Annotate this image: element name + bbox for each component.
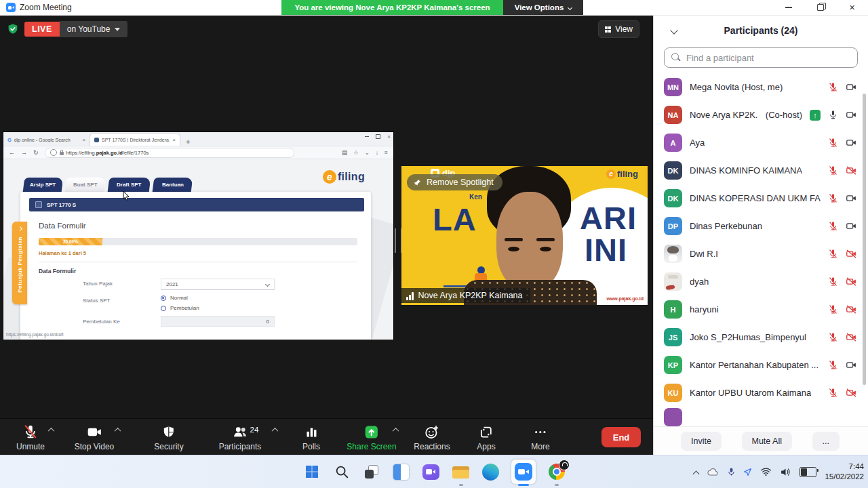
avatar — [664, 272, 682, 291]
participant-row[interactable]: A Aya — [654, 129, 868, 157]
onedrive-cloud-icon[interactable] — [707, 468, 719, 476]
apps-button[interactable]: Apps — [473, 424, 499, 452]
mic-in-use-icon[interactable] — [728, 467, 735, 476]
end-meeting-button[interactable]: End — [601, 427, 641, 447]
participant-name: Aya — [690, 138, 705, 148]
reactions-button[interactable]: Reactions — [410, 424, 454, 452]
more-icon — [534, 425, 548, 439]
participant-row[interactable]: KP Kantor Pertanahan Kabupaten ... — [654, 351, 868, 379]
avatar: H — [664, 300, 682, 319]
edge-button[interactable] — [481, 463, 500, 481]
petunjuk-ribbon: Petunjuk Pengisian — [12, 222, 27, 304]
browser-minimize-icon — [365, 136, 369, 137]
tahun-pajak-select: 2021 — [161, 279, 275, 290]
taskbar-clock[interactable]: 7:44 15/02/2022 — [825, 462, 864, 482]
download-icon: ↓ — [376, 149, 378, 156]
wifi-icon[interactable] — [760, 467, 772, 476]
chat-icon — [422, 464, 439, 480]
polls-icon — [304, 425, 318, 439]
camera-status-icon — [846, 304, 857, 315]
mic-status-icon — [828, 221, 838, 231]
video-options-caret[interactable] — [115, 428, 120, 432]
unmute-button[interactable]: Unmute — [12, 424, 49, 452]
mute-all-button[interactable]: Mute All — [742, 432, 792, 451]
share-screen-button[interactable]: Share Screen — [342, 424, 400, 452]
scrollbar[interactable] — [863, 94, 866, 385]
lock-icon — [60, 152, 64, 155]
pajak-site-watermark: www.pajak.go.id — [606, 296, 644, 301]
avatar — [664, 245, 682, 263]
zoom-app-button[interactable] — [511, 460, 536, 484]
invite-button[interactable]: Invite — [681, 432, 722, 451]
pembetulan-ke-label: Pembetulan Ke — [83, 319, 120, 325]
participant-row[interactable]: H haryuni — [654, 296, 868, 323]
mic-status-icon — [828, 82, 838, 92]
minimize-button[interactable] — [772, 0, 804, 15]
participant-name: Kantor Pertanahan Kabupaten ... — [690, 360, 818, 370]
participant-row[interactable]: dyah — [654, 268, 868, 296]
widgets-button[interactable] — [392, 463, 410, 481]
participant-row[interactable]: Dwi R.I — [654, 240, 868, 268]
view-layout-button[interactable]: View — [598, 20, 639, 38]
status-normal-option: Normal — [161, 295, 188, 301]
stop-video-button[interactable]: Stop Video — [71, 424, 119, 452]
pocket-icon: ⌄ — [365, 149, 370, 156]
mic-status-icon — [828, 332, 838, 342]
camera-status-icon — [846, 137, 857, 148]
forward-icon: → — [21, 149, 27, 156]
grid-view-icon — [605, 26, 608, 29]
tab-close-icon: × — [172, 137, 176, 143]
google-favicon: G — [7, 137, 12, 143]
battery-icon[interactable] — [800, 467, 816, 477]
polls-button[interactable]: Polls — [298, 424, 324, 452]
find-participant-input[interactable] — [664, 47, 858, 68]
mic-status-icon — [828, 138, 838, 148]
apps-icon — [479, 425, 493, 439]
participant-row[interactable]: NA Nove Arya KP2K... (Co-host) ↑ — [654, 101, 868, 129]
participant-row[interactable]: DK DINAS KOMINFO KAIMANA — [654, 157, 868, 184]
collapse-panel-chevron-icon[interactable] — [667, 27, 675, 33]
teams-chat-button[interactable] — [422, 463, 440, 481]
audio-options-caret[interactable] — [49, 428, 54, 432]
participant-row[interactable]: DP Dinas Perkebunan — [654, 212, 868, 240]
participants-panel-title: Participants (24) — [724, 25, 798, 36]
more-options-button[interactable]: ... — [812, 432, 840, 451]
task-view-button[interactable] — [362, 463, 380, 481]
camera-status-icon — [846, 359, 857, 371]
file-explorer-button[interactable] — [452, 463, 470, 481]
participant-name: Mega Novita (Host, me) — [690, 82, 783, 92]
restore-button[interactable] — [804, 0, 836, 15]
edge-icon — [482, 464, 499, 481]
participants-options-caret[interactable] — [273, 428, 277, 432]
participant-row[interactable]: KU Kantor UPBU Utarom Kaimana — [654, 379, 868, 407]
pembetulan-ke-input: 0 — [161, 316, 275, 327]
share-options-caret[interactable] — [393, 428, 398, 432]
participants-button[interactable]: 24 Participants — [215, 424, 266, 452]
tray-overflow-chevron-icon[interactable] — [694, 469, 699, 474]
browser-status-url: https://efiling.pajak.go.id/draft — [6, 332, 64, 337]
audio-level-icon — [406, 292, 414, 300]
tab-close-icon: × — [82, 137, 85, 143]
live-platform-button[interactable]: on YouTube — [60, 21, 128, 37]
security-button[interactable]: Security — [150, 424, 187, 452]
location-in-use-icon[interactable] — [743, 468, 752, 476]
meeting-security-shield-icon[interactable] — [7, 23, 19, 35]
mic-status-icon — [828, 110, 838, 120]
volume-icon[interactable] — [780, 467, 791, 477]
close-button[interactable]: × — [836, 0, 868, 15]
participant-row[interactable]: DK DINAS KOPERASI DAN UKM FA... — [654, 184, 868, 212]
view-options-button[interactable]: View Options — [503, 0, 583, 15]
avatar: KU — [664, 384, 682, 402]
start-button[interactable] — [302, 463, 321, 481]
remove-spotlight-button[interactable]: Remove Spotlight — [407, 174, 502, 190]
participants-list: MN Mega Novita (Host, me) NA Nove Arya K… — [654, 73, 868, 426]
avatar: MN — [664, 78, 682, 96]
participant-row[interactable]: JS Joko S_P2Humas_Bimpenyul — [654, 323, 868, 351]
participant-row[interactable]: MN Mega Novita (Host, me) — [654, 73, 868, 101]
taskbar-search-button[interactable] — [332, 463, 351, 481]
mic-status-icon — [828, 277, 838, 287]
more-button[interactable]: More — [527, 424, 553, 452]
chrome-button[interactable] — [547, 463, 566, 481]
camera-status-icon — [846, 387, 857, 399]
tray-time: 7:44 — [825, 462, 864, 472]
